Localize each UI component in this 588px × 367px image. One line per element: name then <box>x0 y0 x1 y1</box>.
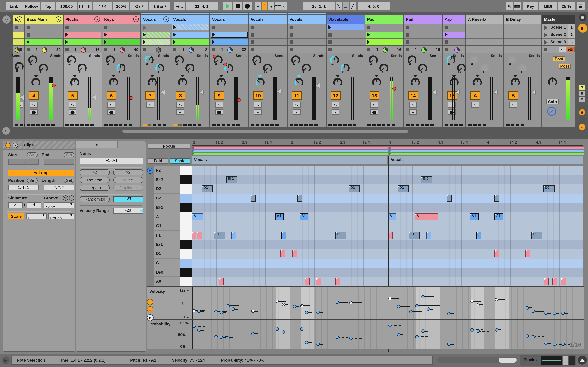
send-a-knob[interactable]: A <box>330 55 339 64</box>
loop-toggle-button[interactable]: ⟲Loop <box>8 170 74 176</box>
clip[interactable] <box>366 32 403 38</box>
midi-note[interactable]: E♭2 <box>421 176 432 183</box>
groove-extract-icon[interactable]: ➔ <box>69 195 74 201</box>
velocity-marker[interactable] <box>220 310 223 314</box>
clip[interactable] <box>327 25 364 30</box>
automation-arm-button[interactable]: ⤵ <box>262 2 268 10</box>
clip[interactable] <box>172 39 209 45</box>
key-map-button[interactable]: Key <box>523 2 538 10</box>
track-header[interactable]: Vocals <box>210 15 248 24</box>
remove-lane-button[interactable]: − <box>147 299 153 305</box>
sends-toggle[interactable]: ◉ <box>579 109 585 115</box>
arm-button[interactable]: ⬤ <box>370 109 378 115</box>
clip-slot[interactable] <box>404 31 442 38</box>
piano-key[interactable] <box>181 231 192 240</box>
velocity-marker[interactable] <box>276 300 279 303</box>
clip-slot[interactable] <box>103 24 140 31</box>
midi-note[interactable] <box>544 278 549 285</box>
send-b-knob[interactable]: B <box>480 64 489 73</box>
beat-ruler[interactable]: 11.21.31.422.22.32.433.23.33.444.24.34.4 <box>192 140 583 146</box>
clip-slot[interactable] <box>25 24 63 31</box>
punch-buttons[interactable]: ⸦⸧ <box>275 2 281 10</box>
probability-marker[interactable] <box>336 336 339 339</box>
piano-key[interactable] <box>181 166 192 175</box>
pan-knob[interactable] <box>217 78 226 87</box>
send-a-knob[interactable]: A <box>252 55 261 64</box>
track-activator-button[interactable]: 10 <box>253 91 263 100</box>
midi-note[interactable]: A1 <box>192 213 203 220</box>
show-devices-button[interactable] <box>578 356 587 365</box>
midi-note[interactable]: A1 <box>300 213 308 220</box>
post-a-toggle[interactable]: Post <box>553 56 565 61</box>
clip-slot[interactable] <box>365 31 403 38</box>
clip-loop-bar[interactable] <box>192 152 388 155</box>
track-stop-button[interactable] <box>104 48 107 51</box>
overdub-button[interactable]: + <box>255 2 261 10</box>
solo-button[interactable]: S <box>293 102 301 108</box>
velocity-marker[interactable] <box>197 309 200 313</box>
midi-note[interactable]: A1 <box>470 213 479 220</box>
midi-note[interactable] <box>251 194 256 202</box>
velocity-marker[interactable] <box>409 310 412 313</box>
clip[interactable] <box>366 39 403 45</box>
track-header[interactable]: Plucks▼ <box>64 15 102 24</box>
duplicate-button[interactable]: Duplicate <box>113 185 143 191</box>
clip-region-header[interactable]: Vocals <box>192 156 387 164</box>
clip[interactable] <box>13 32 24 38</box>
clip[interactable] <box>103 39 140 45</box>
velocity-marker[interactable] <box>388 297 392 300</box>
half-time-button[interactable]: ÷2 <box>80 169 110 175</box>
clip-slot[interactable] <box>249 38 287 45</box>
send-b-knob[interactable]: B <box>224 64 233 73</box>
clip-slot[interactable] <box>443 31 466 38</box>
midi-note[interactable]: A1 <box>275 213 284 220</box>
group-clip[interactable] <box>142 32 170 38</box>
velocity-marker[interactable] <box>397 305 400 309</box>
pan-knob[interactable] <box>256 78 265 87</box>
velocity-marker[interactable] <box>415 304 419 307</box>
notes-tab[interactable]: ♫ <box>76 142 118 149</box>
track-activator-button[interactable]: 9 <box>214 91 224 100</box>
midi-note[interactable]: E♭2 <box>226 176 237 183</box>
clip-region-header[interactable]: Vocals <box>389 156 583 164</box>
clip-slot[interactable] <box>443 38 466 45</box>
show-s-toggle[interactable]: S <box>579 85 585 90</box>
follow-button[interactable]: Follow <box>22 2 40 10</box>
clip-slot[interactable] <box>13 38 24 45</box>
status-play-icon[interactable]: ▶ <box>2 356 10 364</box>
pan-knob[interactable] <box>473 78 482 87</box>
clip-slot[interactable] <box>64 38 102 45</box>
midi-note[interactable] <box>219 278 224 285</box>
lane-play-button[interactable]: ▶ <box>147 314 154 321</box>
clip-slot[interactable] <box>210 24 248 31</box>
punch-in-button[interactable]: ╲ <box>336 2 342 10</box>
fold-scenes-toggle[interactable]: ▽ <box>2 16 11 24</box>
show-r-toggle[interactable]: R <box>579 91 585 96</box>
velocity-marker[interactable] <box>470 300 474 303</box>
returns-toggle[interactable]: ✕ <box>579 117 585 123</box>
pan-knob[interactable] <box>372 78 381 87</box>
start-set-button[interactable]: Set <box>27 152 38 157</box>
arm-button[interactable]: ⬤ <box>69 109 76 115</box>
clip-slot[interactable] <box>13 31 24 38</box>
piano-key[interactable] <box>181 221 192 231</box>
velocity-marker[interactable] <box>447 312 450 315</box>
probability-marker[interactable] <box>544 342 548 345</box>
back-to-arrangement-session-button[interactable]: ▸≣ <box>567 47 575 52</box>
midi-note[interactable]: F1 <box>214 232 225 239</box>
post-b-toggle[interactable]: Post <box>559 64 571 68</box>
invert-button[interactable]: Invert <box>113 177 143 183</box>
velocity-marker[interactable] <box>532 309 535 313</box>
scene-row[interactable]: Scene 33 <box>542 38 575 45</box>
probability-lane[interactable]: 1/16 <box>192 320 584 349</box>
send-a-knob[interactable]: A <box>214 55 223 64</box>
track-stop-button[interactable] <box>406 48 409 51</box>
clip-slot[interactable] <box>141 24 171 31</box>
track-stop-button[interactable] <box>26 48 30 51</box>
crossfader-assign-toggle[interactable]: C <box>579 124 585 130</box>
clip-slot[interactable] <box>466 24 503 31</box>
clip[interactable] <box>172 32 209 38</box>
track-activator-button[interactable]: 14 <box>408 91 418 100</box>
double-time-button[interactable]: ×2 <box>113 169 143 175</box>
track-header[interactable]: B Delay <box>504 15 541 24</box>
